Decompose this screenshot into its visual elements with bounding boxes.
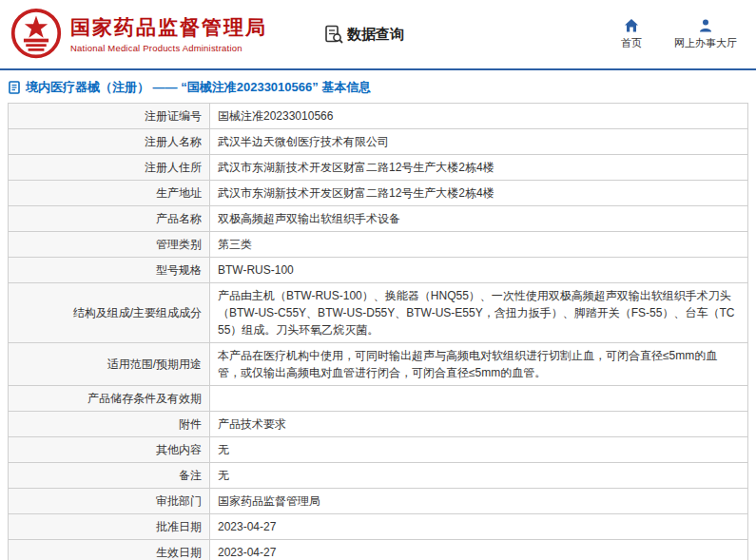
row-label: 产品名称: [9, 206, 210, 232]
home-icon: [624, 18, 639, 33]
info-table-body: 注册证编号国械注准20233010566注册人名称武汉半边天微创医疗技术有限公司…: [9, 104, 748, 560]
row-label: 其他内容: [9, 437, 210, 463]
nav-data-query[interactable]: 数据查询: [324, 25, 404, 44]
row-label: 适用范围/预期用途: [9, 343, 210, 386]
row-value: BTW-RUS-100: [210, 258, 748, 283]
row-label: 批准日期: [9, 514, 210, 540]
org-names: 国家药品监督管理局 National Medical Products Admi…: [70, 15, 267, 52]
top-nav: 首页 网上办事大厅: [621, 18, 737, 50]
table-row: 结构及组成/主要组成成分产品由主机（BTW-RUS-100）、换能器（HNQ55…: [9, 283, 748, 343]
row-value: 产品技术要求: [210, 412, 748, 437]
row-label: 备注: [9, 463, 210, 489]
table-row: 批准日期2023-04-27: [9, 514, 748, 540]
row-value: 国家药品监督管理局: [210, 489, 748, 514]
row-value: 2023-04-27: [210, 514, 748, 540]
nav-home[interactable]: 首页: [621, 18, 642, 50]
row-value: 产品由主机（BTW-RUS-100）、换能器（HNQ55）、一次性使用双极高频超…: [210, 283, 748, 343]
row-value: 2023-04-27: [210, 540, 748, 560]
table-row: 注册人住所武汉市东湖新技术开发区财富二路12号生产大楼2栋4楼: [9, 155, 748, 181]
row-label: 注册人住所: [9, 155, 210, 181]
row-value: 双极高频超声双输出软组织手术设备: [210, 206, 748, 232]
org-name-en: National Medical Products Administration: [70, 43, 267, 53]
table-row: 附件产品技术要求: [9, 412, 748, 437]
row-label: 结构及组成/主要组成成分: [9, 283, 210, 343]
row-label: 生效日期: [9, 540, 210, 560]
row-label: 注册人名称: [9, 129, 210, 155]
person-icon: [698, 18, 713, 33]
row-label: 审批部门: [9, 489, 210, 514]
row-value: 无: [210, 437, 748, 463]
info-table-wrap: 注册证编号国械注准20233010566注册人名称武汉半边天微创医疗技术有限公司…: [0, 103, 756, 560]
registration-info-table: 注册证编号国械注准20233010566注册人名称武汉半边天微创医疗技术有限公司…: [8, 103, 748, 560]
row-label: 附件: [9, 412, 210, 437]
nav-data-query-label: 数据查询: [347, 26, 404, 44]
table-row: 注册证编号国械注准20233010566: [9, 104, 748, 129]
row-value: 国械注准20233010566: [210, 104, 748, 129]
table-row: 型号规格BTW-RUS-100: [9, 258, 748, 283]
document-icon: [8, 81, 21, 94]
nav-service-hall[interactable]: 网上办事大厅: [674, 18, 737, 50]
table-row: 管理类别第三类: [9, 232, 748, 258]
page-title-text: 境内医疗器械（注册） —— “国械注准20233010566” 基本信息: [26, 79, 371, 96]
row-label: 注册证编号: [9, 104, 210, 129]
row-label: 产品储存条件及有效期: [9, 386, 210, 412]
nav-home-label: 首页: [621, 36, 642, 50]
row-value: 本产品在医疗机构中使用，可同时输出超声与高频电对软组织进行切割止血，可闭合直径≤…: [210, 343, 748, 386]
table-row: 审批部门国家药品监督管理局: [9, 489, 748, 514]
row-value: 武汉市东湖新技术开发区财富二路12号生产大楼2栋4楼: [210, 181, 748, 206]
table-row: 产品名称双极高频超声双输出软组织手术设备: [9, 206, 748, 232]
national-emblem-logo: [10, 8, 63, 61]
table-row: 备注无: [9, 463, 748, 489]
data-query-search-icon: [324, 25, 343, 44]
row-value: [210, 386, 748, 412]
row-label: 管理类别: [9, 232, 210, 258]
org-name-cn: 国家药品监督管理局: [70, 15, 267, 40]
table-row: 注册人名称武汉半边天微创医疗技术有限公司: [9, 129, 748, 155]
table-row: 生效日期2023-04-27: [9, 540, 748, 560]
site-header: 国家药品监督管理局 National Medical Products Admi…: [0, 0, 756, 70]
table-row: 生产地址武汉市东湖新技术开发区财富二路12号生产大楼2栋4楼: [9, 181, 748, 206]
row-label: 生产地址: [9, 181, 210, 206]
table-row: 产品储存条件及有效期: [9, 386, 748, 412]
table-row: 其他内容无: [9, 437, 748, 463]
row-value: 第三类: [210, 232, 748, 258]
row-value: 武汉半边天微创医疗技术有限公司: [210, 129, 748, 155]
page-title: 境内医疗器械（注册） —— “国械注准20233010566” 基本信息: [0, 70, 756, 103]
row-label: 型号规格: [9, 258, 210, 283]
nav-service-hall-label: 网上办事大厅: [674, 36, 737, 50]
table-row: 适用范围/预期用途本产品在医疗机构中使用，可同时输出超声与高频电对软组织进行切割…: [9, 343, 748, 386]
row-value: 武汉市东湖新技术开发区财富二路12号生产大楼2栋4楼: [210, 155, 748, 181]
row-value: 无: [210, 463, 748, 489]
